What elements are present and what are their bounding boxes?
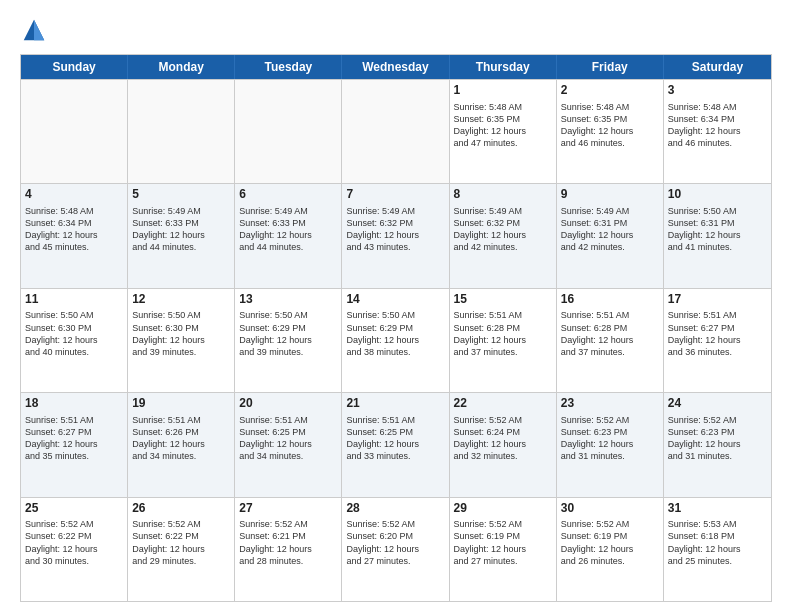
day-number: 29 (454, 501, 552, 517)
cal-cell-1-4: 8Sunrise: 5:49 AM Sunset: 6:32 PM Daylig… (450, 184, 557, 287)
day-number: 14 (346, 292, 444, 308)
cal-cell-0-3 (342, 80, 449, 183)
cell-text: Sunrise: 5:49 AM Sunset: 6:32 PM Dayligh… (454, 205, 552, 254)
calendar-row-2: 11Sunrise: 5:50 AM Sunset: 6:30 PM Dayli… (21, 288, 771, 392)
svg-marker-1 (34, 20, 44, 41)
day-number: 22 (454, 396, 552, 412)
logo-icon (20, 16, 48, 44)
cal-cell-0-1 (128, 80, 235, 183)
day-number: 7 (346, 187, 444, 203)
day-number: 18 (25, 396, 123, 412)
cell-text: Sunrise: 5:49 AM Sunset: 6:33 PM Dayligh… (239, 205, 337, 254)
calendar-body: 1Sunrise: 5:48 AM Sunset: 6:35 PM Daylig… (21, 79, 771, 601)
cell-text: Sunrise: 5:48 AM Sunset: 6:34 PM Dayligh… (25, 205, 123, 254)
day-number: 16 (561, 292, 659, 308)
day-number: 24 (668, 396, 767, 412)
cell-text: Sunrise: 5:50 AM Sunset: 6:31 PM Dayligh… (668, 205, 767, 254)
cal-cell-0-6: 3Sunrise: 5:48 AM Sunset: 6:34 PM Daylig… (664, 80, 771, 183)
cal-cell-4-2: 27Sunrise: 5:52 AM Sunset: 6:21 PM Dayli… (235, 498, 342, 601)
cell-text: Sunrise: 5:52 AM Sunset: 6:23 PM Dayligh… (668, 414, 767, 463)
cal-cell-4-1: 26Sunrise: 5:52 AM Sunset: 6:22 PM Dayli… (128, 498, 235, 601)
cell-text: Sunrise: 5:48 AM Sunset: 6:35 PM Dayligh… (454, 101, 552, 150)
cal-cell-1-3: 7Sunrise: 5:49 AM Sunset: 6:32 PM Daylig… (342, 184, 449, 287)
day-number: 31 (668, 501, 767, 517)
calendar-row-0: 1Sunrise: 5:48 AM Sunset: 6:35 PM Daylig… (21, 79, 771, 183)
calendar: SundayMondayTuesdayWednesdayThursdayFrid… (20, 54, 772, 602)
day-number: 27 (239, 501, 337, 517)
day-number: 25 (25, 501, 123, 517)
cell-text: Sunrise: 5:51 AM Sunset: 6:28 PM Dayligh… (561, 309, 659, 358)
cal-cell-3-5: 23Sunrise: 5:52 AM Sunset: 6:23 PM Dayli… (557, 393, 664, 496)
cal-cell-0-4: 1Sunrise: 5:48 AM Sunset: 6:35 PM Daylig… (450, 80, 557, 183)
day-number: 9 (561, 187, 659, 203)
day-number: 17 (668, 292, 767, 308)
day-number: 26 (132, 501, 230, 517)
cell-text: Sunrise: 5:51 AM Sunset: 6:25 PM Dayligh… (239, 414, 337, 463)
day-number: 4 (25, 187, 123, 203)
cal-cell-1-2: 6Sunrise: 5:49 AM Sunset: 6:33 PM Daylig… (235, 184, 342, 287)
day-number: 5 (132, 187, 230, 203)
day-number: 12 (132, 292, 230, 308)
cal-cell-1-1: 5Sunrise: 5:49 AM Sunset: 6:33 PM Daylig… (128, 184, 235, 287)
cal-header-sunday: Sunday (21, 55, 128, 79)
cell-text: Sunrise: 5:50 AM Sunset: 6:29 PM Dayligh… (239, 309, 337, 358)
cell-text: Sunrise: 5:52 AM Sunset: 6:22 PM Dayligh… (132, 518, 230, 567)
cal-cell-2-3: 14Sunrise: 5:50 AM Sunset: 6:29 PM Dayli… (342, 289, 449, 392)
cell-text: Sunrise: 5:51 AM Sunset: 6:28 PM Dayligh… (454, 309, 552, 358)
day-number: 20 (239, 396, 337, 412)
cal-cell-1-0: 4Sunrise: 5:48 AM Sunset: 6:34 PM Daylig… (21, 184, 128, 287)
cal-cell-2-0: 11Sunrise: 5:50 AM Sunset: 6:30 PM Dayli… (21, 289, 128, 392)
calendar-header-row: SundayMondayTuesdayWednesdayThursdayFrid… (21, 55, 771, 79)
cal-cell-2-5: 16Sunrise: 5:51 AM Sunset: 6:28 PM Dayli… (557, 289, 664, 392)
cal-header-saturday: Saturday (664, 55, 771, 79)
page: SundayMondayTuesdayWednesdayThursdayFrid… (0, 0, 792, 612)
cell-text: Sunrise: 5:52 AM Sunset: 6:22 PM Dayligh… (25, 518, 123, 567)
cell-text: Sunrise: 5:49 AM Sunset: 6:32 PM Dayligh… (346, 205, 444, 254)
day-number: 13 (239, 292, 337, 308)
calendar-row-3: 18Sunrise: 5:51 AM Sunset: 6:27 PM Dayli… (21, 392, 771, 496)
day-number: 21 (346, 396, 444, 412)
cal-header-tuesday: Tuesday (235, 55, 342, 79)
cell-text: Sunrise: 5:50 AM Sunset: 6:29 PM Dayligh… (346, 309, 444, 358)
day-number: 30 (561, 501, 659, 517)
day-number: 28 (346, 501, 444, 517)
cal-cell-2-2: 13Sunrise: 5:50 AM Sunset: 6:29 PM Dayli… (235, 289, 342, 392)
cell-text: Sunrise: 5:49 AM Sunset: 6:33 PM Dayligh… (132, 205, 230, 254)
day-number: 19 (132, 396, 230, 412)
day-number: 23 (561, 396, 659, 412)
cal-cell-2-1: 12Sunrise: 5:50 AM Sunset: 6:30 PM Dayli… (128, 289, 235, 392)
day-number: 8 (454, 187, 552, 203)
day-number: 11 (25, 292, 123, 308)
cal-cell-4-3: 28Sunrise: 5:52 AM Sunset: 6:20 PM Dayli… (342, 498, 449, 601)
cal-cell-0-2 (235, 80, 342, 183)
logo (20, 16, 52, 44)
cal-header-friday: Friday (557, 55, 664, 79)
day-number: 15 (454, 292, 552, 308)
cell-text: Sunrise: 5:52 AM Sunset: 6:19 PM Dayligh… (454, 518, 552, 567)
calendar-row-1: 4Sunrise: 5:48 AM Sunset: 6:34 PM Daylig… (21, 183, 771, 287)
cal-cell-3-4: 22Sunrise: 5:52 AM Sunset: 6:24 PM Dayli… (450, 393, 557, 496)
day-number: 3 (668, 83, 767, 99)
cell-text: Sunrise: 5:53 AM Sunset: 6:18 PM Dayligh… (668, 518, 767, 567)
cal-cell-1-6: 10Sunrise: 5:50 AM Sunset: 6:31 PM Dayli… (664, 184, 771, 287)
cell-text: Sunrise: 5:50 AM Sunset: 6:30 PM Dayligh… (132, 309, 230, 358)
cell-text: Sunrise: 5:52 AM Sunset: 6:21 PM Dayligh… (239, 518, 337, 567)
cal-cell-4-0: 25Sunrise: 5:52 AM Sunset: 6:22 PM Dayli… (21, 498, 128, 601)
cell-text: Sunrise: 5:49 AM Sunset: 6:31 PM Dayligh… (561, 205, 659, 254)
cal-cell-4-4: 29Sunrise: 5:52 AM Sunset: 6:19 PM Dayli… (450, 498, 557, 601)
cell-text: Sunrise: 5:48 AM Sunset: 6:34 PM Dayligh… (668, 101, 767, 150)
cal-cell-2-6: 17Sunrise: 5:51 AM Sunset: 6:27 PM Dayli… (664, 289, 771, 392)
cal-cell-3-1: 19Sunrise: 5:51 AM Sunset: 6:26 PM Dayli… (128, 393, 235, 496)
cal-cell-0-0 (21, 80, 128, 183)
cal-cell-3-3: 21Sunrise: 5:51 AM Sunset: 6:25 PM Dayli… (342, 393, 449, 496)
cal-header-thursday: Thursday (450, 55, 557, 79)
cal-cell-3-6: 24Sunrise: 5:52 AM Sunset: 6:23 PM Dayli… (664, 393, 771, 496)
cell-text: Sunrise: 5:51 AM Sunset: 6:25 PM Dayligh… (346, 414, 444, 463)
calendar-row-4: 25Sunrise: 5:52 AM Sunset: 6:22 PM Dayli… (21, 497, 771, 601)
day-number: 1 (454, 83, 552, 99)
cell-text: Sunrise: 5:51 AM Sunset: 6:27 PM Dayligh… (25, 414, 123, 463)
cell-text: Sunrise: 5:48 AM Sunset: 6:35 PM Dayligh… (561, 101, 659, 150)
cal-cell-0-5: 2Sunrise: 5:48 AM Sunset: 6:35 PM Daylig… (557, 80, 664, 183)
cal-cell-1-5: 9Sunrise: 5:49 AM Sunset: 6:31 PM Daylig… (557, 184, 664, 287)
day-number: 10 (668, 187, 767, 203)
